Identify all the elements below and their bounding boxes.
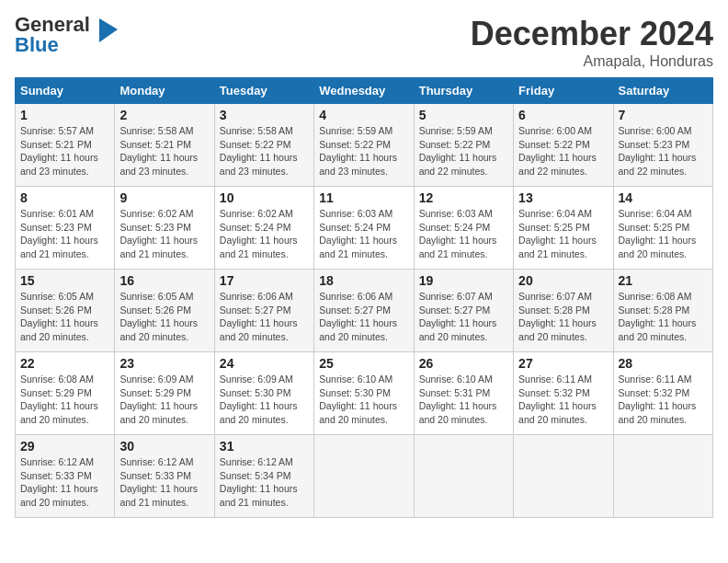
- day-cell-28: 28 Sunrise: 6:11 AMSunset: 5:32 PMDaylig…: [613, 352, 712, 435]
- day-cell-23: 23 Sunrise: 6:09 AMSunset: 5:29 PMDaylig…: [115, 352, 214, 435]
- day-detail: Sunrise: 6:07 AMSunset: 5:28 PMDaylight:…: [518, 291, 597, 342]
- day-cell-3: 3 Sunrise: 5:58 AMSunset: 5:22 PMDayligh…: [214, 104, 313, 187]
- calendar-week-2: 8 Sunrise: 6:01 AMSunset: 5:23 PMDayligh…: [16, 187, 713, 270]
- logo: General Blue: [15, 15, 121, 55]
- logo-text: General Blue: [15, 15, 90, 55]
- day-cell-29: 29 Sunrise: 6:12 AMSunset: 5:33 PMDaylig…: [16, 435, 115, 518]
- day-cell-14: 14 Sunrise: 6:04 AMSunset: 5:25 PMDaylig…: [613, 187, 712, 270]
- day-detail: Sunrise: 6:03 AMSunset: 5:24 PMDaylight:…: [319, 208, 397, 259]
- day-number: 17: [220, 273, 309, 288]
- day-number: 7: [619, 108, 708, 122]
- day-number: 14: [619, 190, 708, 205]
- day-detail: Sunrise: 6:10 AMSunset: 5:31 PMDaylight:…: [419, 373, 497, 425]
- logo-blue: Blue: [15, 33, 59, 56]
- day-cell-12: 12 Sunrise: 6:03 AMSunset: 5:24 PMDaylig…: [414, 187, 513, 270]
- location-title: Amapala, Honduras: [471, 53, 713, 70]
- day-detail: Sunrise: 6:09 AMSunset: 5:30 PMDaylight:…: [220, 373, 298, 425]
- day-detail: Sunrise: 6:02 AMSunset: 5:24 PMDaylight:…: [220, 208, 298, 259]
- day-number: 2: [119, 108, 209, 122]
- day-number: 11: [319, 190, 408, 205]
- day-detail: Sunrise: 6:04 AMSunset: 5:25 PMDaylight:…: [518, 208, 597, 259]
- day-detail: Sunrise: 6:05 AMSunset: 5:26 PMDaylight:…: [20, 291, 98, 342]
- col-tuesday: Tuesday: [214, 78, 313, 104]
- day-detail: Sunrise: 6:06 AMSunset: 5:27 PMDaylight:…: [220, 291, 298, 342]
- calendar-week-4: 22 Sunrise: 6:08 AMSunset: 5:29 PMDaylig…: [16, 352, 713, 435]
- calendar-week-5: 29 Sunrise: 6:12 AMSunset: 5:33 PMDaylig…: [16, 435, 713, 518]
- calendar-week-3: 15 Sunrise: 6:05 AMSunset: 5:26 PMDaylig…: [16, 270, 713, 352]
- day-detail: Sunrise: 6:06 AMSunset: 5:27 PMDaylight:…: [319, 291, 397, 342]
- header-row: Sunday Monday Tuesday Wednesday Thursday…: [16, 78, 713, 104]
- day-number: 28: [619, 356, 708, 371]
- day-cell-18: 18 Sunrise: 6:06 AMSunset: 5:27 PMDaylig…: [314, 270, 414, 352]
- col-wednesday: Wednesday: [314, 78, 414, 104]
- day-detail: Sunrise: 5:59 AMSunset: 5:22 PMDaylight:…: [419, 125, 497, 177]
- day-detail: Sunrise: 6:08 AMSunset: 5:29 PMDaylight:…: [20, 373, 98, 425]
- day-cell-21: 21 Sunrise: 6:08 AMSunset: 5:28 PMDaylig…: [613, 270, 712, 352]
- day-number: 25: [319, 356, 408, 371]
- day-detail: Sunrise: 6:00 AMSunset: 5:23 PMDaylight:…: [619, 125, 697, 177]
- empty-cell: [613, 435, 712, 518]
- day-number: 27: [518, 356, 608, 371]
- day-number: 21: [619, 273, 708, 288]
- day-number: 29: [20, 439, 109, 454]
- day-detail: Sunrise: 6:11 AMSunset: 5:32 PMDaylight:…: [619, 373, 697, 425]
- col-friday: Friday: [514, 78, 613, 104]
- day-number: 20: [518, 273, 608, 288]
- day-cell-1: 1 Sunrise: 5:57 AMSunset: 5:21 PMDayligh…: [16, 104, 115, 187]
- day-cell-17: 17 Sunrise: 6:06 AMSunset: 5:27 PMDaylig…: [214, 270, 313, 352]
- day-cell-10: 10 Sunrise: 6:02 AMSunset: 5:24 PMDaylig…: [214, 187, 313, 270]
- day-number: 15: [20, 273, 109, 288]
- svg-marker-0: [99, 18, 118, 42]
- day-number: 3: [220, 108, 309, 122]
- day-detail: Sunrise: 6:01 AMSunset: 5:23 PMDaylight:…: [20, 208, 98, 259]
- day-number: 24: [220, 356, 309, 371]
- day-detail: Sunrise: 6:09 AMSunset: 5:29 PMDaylight:…: [119, 373, 198, 425]
- day-number: 6: [518, 108, 608, 122]
- day-cell-6: 6 Sunrise: 6:00 AMSunset: 5:22 PMDayligh…: [514, 104, 613, 187]
- day-number: 16: [119, 273, 209, 288]
- day-detail: Sunrise: 6:03 AMSunset: 5:24 PMDaylight:…: [419, 208, 497, 259]
- day-cell-15: 15 Sunrise: 6:05 AMSunset: 5:26 PMDaylig…: [16, 270, 115, 352]
- day-number: 22: [20, 356, 109, 371]
- day-number: 23: [119, 356, 209, 371]
- day-number: 26: [419, 356, 508, 371]
- day-cell-25: 25 Sunrise: 6:10 AMSunset: 5:30 PMDaylig…: [314, 352, 414, 435]
- empty-cell: [514, 435, 613, 518]
- day-number: 19: [419, 273, 508, 288]
- day-detail: Sunrise: 6:02 AMSunset: 5:23 PMDaylight:…: [119, 208, 198, 259]
- day-detail: Sunrise: 5:59 AMSunset: 5:22 PMDaylight:…: [319, 125, 397, 177]
- empty-cell: [414, 435, 513, 518]
- day-detail: Sunrise: 6:12 AMSunset: 5:33 PMDaylight:…: [20, 456, 98, 508]
- day-number: 9: [119, 190, 209, 205]
- day-cell-22: 22 Sunrise: 6:08 AMSunset: 5:29 PMDaylig…: [16, 352, 115, 435]
- logo-icon: [92, 17, 121, 46]
- day-detail: Sunrise: 6:08 AMSunset: 5:28 PMDaylight:…: [619, 291, 697, 342]
- day-cell-31: 31 Sunrise: 6:12 AMSunset: 5:34 PMDaylig…: [214, 435, 313, 518]
- day-cell-16: 16 Sunrise: 6:05 AMSunset: 5:26 PMDaylig…: [115, 270, 214, 352]
- day-number: 8: [20, 190, 109, 205]
- day-cell-5: 5 Sunrise: 5:59 AMSunset: 5:22 PMDayligh…: [414, 104, 513, 187]
- day-number: 4: [319, 108, 408, 122]
- day-cell-2: 2 Sunrise: 5:58 AMSunset: 5:21 PMDayligh…: [115, 104, 214, 187]
- day-detail: Sunrise: 6:05 AMSunset: 5:26 PMDaylight:…: [119, 291, 198, 342]
- day-cell-4: 4 Sunrise: 5:59 AMSunset: 5:22 PMDayligh…: [314, 104, 414, 187]
- day-cell-30: 30 Sunrise: 6:12 AMSunset: 5:33 PMDaylig…: [115, 435, 214, 518]
- day-number: 5: [419, 108, 508, 122]
- day-cell-20: 20 Sunrise: 6:07 AMSunset: 5:28 PMDaylig…: [514, 270, 613, 352]
- day-number: 13: [518, 190, 608, 205]
- day-detail: Sunrise: 5:58 AMSunset: 5:21 PMDaylight:…: [119, 125, 198, 177]
- day-cell-13: 13 Sunrise: 6:04 AMSunset: 5:25 PMDaylig…: [514, 187, 613, 270]
- day-detail: Sunrise: 6:12 AMSunset: 5:34 PMDaylight:…: [220, 456, 298, 508]
- day-number: 18: [319, 273, 408, 288]
- day-cell-19: 19 Sunrise: 6:07 AMSunset: 5:27 PMDaylig…: [414, 270, 513, 352]
- day-cell-24: 24 Sunrise: 6:09 AMSunset: 5:30 PMDaylig…: [214, 352, 313, 435]
- day-cell-26: 26 Sunrise: 6:10 AMSunset: 5:31 PMDaylig…: [414, 352, 513, 435]
- day-cell-27: 27 Sunrise: 6:11 AMSunset: 5:32 PMDaylig…: [514, 352, 613, 435]
- month-title: December 2024: [471, 15, 713, 53]
- calendar-week-1: 1 Sunrise: 5:57 AMSunset: 5:21 PMDayligh…: [16, 104, 713, 187]
- day-number: 12: [419, 190, 508, 205]
- page-header: General Blue December 2024 Amapala, Hond…: [15, 15, 713, 70]
- title-area: December 2024 Amapala, Honduras: [471, 15, 713, 70]
- day-detail: Sunrise: 5:57 AMSunset: 5:21 PMDaylight:…: [20, 125, 98, 177]
- day-detail: Sunrise: 6:00 AMSunset: 5:22 PMDaylight:…: [518, 125, 597, 177]
